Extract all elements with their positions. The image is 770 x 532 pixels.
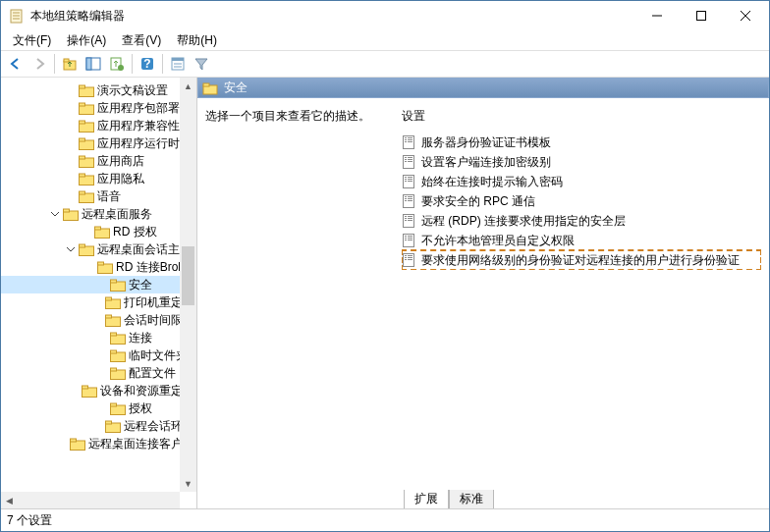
scroll-down-button[interactable]: ▼	[180, 475, 196, 492]
svg-rect-53	[111, 368, 117, 371]
svg-rect-29	[80, 156, 85, 159]
collapse-icon[interactable]	[64, 242, 78, 256]
svg-rect-11	[86, 58, 91, 70]
setting-item[interactable]: 要求使用网络级别的身份验证对远程连接的用户进行身份验证	[402, 250, 761, 270]
up-button[interactable]	[59, 53, 81, 75]
tree-item[interactable]: 连接	[1, 329, 196, 346]
folder-icon	[110, 348, 126, 362]
settings-list: 服务器身份验证证书模板设置客户端连接加密级别始终在连接时提示输入密码要求安全的 …	[402, 133, 761, 270]
toolbar-separator	[54, 54, 55, 74]
menu-file[interactable]: 文件(F)	[5, 30, 59, 51]
tree-toggle-none	[95, 348, 109, 362]
tree-item[interactable]: 演示文稿设置	[1, 81, 196, 99]
tree-item[interactable]: 远程桌面会话主机	[1, 240, 196, 258]
description-column: 选择一个项目来查看它的描述。	[205, 108, 402, 508]
tree-item[interactable]: RD 授权	[1, 223, 196, 240]
setting-item[interactable]: 要求安全的 RPC 通信	[402, 191, 761, 211]
tree-item[interactable]: 配置文件	[1, 364, 196, 382]
tree-item[interactable]: 会话时间限制	[1, 311, 196, 329]
tree-item[interactable]: RD 连接Broker	[1, 258, 196, 276]
setting-item[interactable]: 远程 (RDP) 连接要求使用指定的安全层	[402, 211, 761, 231]
folder-icon	[79, 136, 94, 150]
menubar: 文件(F) 操作(A) 查看(V) 帮助(H)	[1, 30, 769, 50]
tree-item[interactable]: 应用商店	[1, 152, 196, 170]
setting-item[interactable]: 始终在连接时提示输入密码	[402, 172, 761, 191]
svg-rect-17	[172, 58, 184, 61]
setting-label: 始终在连接时提示输入密码	[421, 174, 563, 190]
settings-column-header[interactable]: 设置	[402, 108, 761, 125]
tree-item[interactable]: 远程桌面服务	[1, 205, 196, 223]
tab-extended[interactable]: 扩展	[404, 490, 449, 508]
tree-item[interactable]: 远程桌面连接客户端	[1, 435, 196, 452]
tree-item-label: 安全	[129, 277, 152, 293]
policy-icon	[402, 233, 417, 248]
scroll-up-button[interactable]: ▲	[180, 78, 196, 94]
tree-item[interactable]: 安全	[1, 276, 196, 293]
tree-pane: 演示文稿设置应用程序包部署应用程序兼容性应用程序运行时应用商店应用隐私语音远程桌…	[1, 78, 197, 508]
tree-toggle-none	[95, 366, 109, 380]
tree-item[interactable]: 应用程序兼容性	[1, 117, 196, 134]
tree-item[interactable]: 应用程序包部署	[1, 99, 196, 117]
tree-item-label: 远程桌面会话主机	[97, 241, 192, 258]
svg-rect-9	[64, 59, 69, 62]
tree-item[interactable]: 语音	[1, 187, 196, 205]
svg-rect-81	[405, 181, 407, 182]
show-hide-tree-button[interactable]	[82, 53, 104, 75]
tree-toggle-none	[64, 83, 78, 97]
tree-item-label: 演示文稿设置	[97, 82, 168, 99]
tree-toggle-none	[71, 384, 81, 398]
setting-label: 设置客户端连接加密级别	[421, 154, 551, 171]
tree-item[interactable]: 临时文件夹	[1, 346, 196, 364]
minimize-button[interactable]	[634, 2, 679, 30]
svg-rect-61	[71, 439, 77, 442]
content-header-title: 安全	[224, 80, 248, 96]
setting-item[interactable]: 设置客户端连接加密级别	[402, 152, 761, 172]
tree-item[interactable]: 授权	[1, 399, 196, 417]
tree-view[interactable]: 演示文稿设置应用程序包部署应用程序兼容性应用程序运行时应用商店应用隐私语音远程桌…	[1, 78, 196, 508]
properties-button[interactable]	[167, 53, 189, 75]
svg-rect-74	[405, 161, 407, 162]
tree-item-label: 配置文件	[129, 365, 176, 382]
tree-item[interactable]: 打印机重定向	[1, 293, 196, 311]
folder-icon	[79, 101, 94, 115]
tree-toggle-none	[59, 437, 69, 451]
forward-button[interactable]	[28, 53, 50, 75]
tree-toggle-none	[95, 401, 109, 415]
back-button[interactable]	[5, 53, 27, 75]
collapse-icon[interactable]	[48, 207, 62, 221]
tree-item-label: 应用程序运行时	[97, 135, 180, 152]
tree-item-label: 远程桌面连接客户端	[88, 436, 194, 452]
folder-icon	[110, 366, 126, 380]
svg-rect-31	[80, 174, 85, 177]
tree-toggle-none	[84, 260, 96, 274]
close-button[interactable]	[723, 2, 767, 30]
svg-rect-5	[696, 12, 705, 21]
svg-rect-33	[80, 191, 85, 194]
tree-toggle-none	[64, 172, 78, 186]
export-button[interactable]	[106, 53, 128, 75]
tree-item-label: 临时文件夹	[129, 347, 188, 364]
tab-standard[interactable]: 标准	[449, 490, 494, 508]
setting-label: 不允许本地管理员自定义权限	[421, 233, 575, 249]
toolbar-separator	[162, 54, 163, 74]
scroll-left-button[interactable]: ◀	[1, 492, 18, 508]
svg-rect-88	[405, 200, 407, 201]
tree-item[interactable]: 设备和资源重定向	[1, 382, 196, 399]
horizontal-scrollbar[interactable]: ◀ ▶	[1, 492, 180, 508]
svg-rect-27	[80, 138, 85, 141]
toolbar: ?	[1, 50, 769, 78]
menu-help[interactable]: 帮助(H)	[169, 30, 225, 51]
setting-item[interactable]: 服务器身份验证证书模板	[402, 133, 761, 152]
tree-item[interactable]: 远程会话环境	[1, 417, 196, 435]
setting-item[interactable]: 不允许本地管理员自定义权限	[402, 231, 761, 250]
tree-item[interactable]: 应用程序运行时	[1, 134, 196, 152]
menu-action[interactable]: 操作(A)	[59, 30, 114, 51]
svg-point-13	[118, 65, 124, 71]
help-button[interactable]: ?	[137, 53, 158, 75]
maximize-button[interactable]	[679, 2, 723, 30]
filter-button[interactable]	[191, 53, 212, 75]
tree-item[interactable]: 应用隐私	[1, 170, 196, 187]
titlebar: 本地组策略编辑器	[1, 1, 769, 30]
menu-view[interactable]: 查看(V)	[114, 30, 169, 51]
vertical-scrollbar[interactable]: ▲ ▼	[180, 78, 196, 492]
